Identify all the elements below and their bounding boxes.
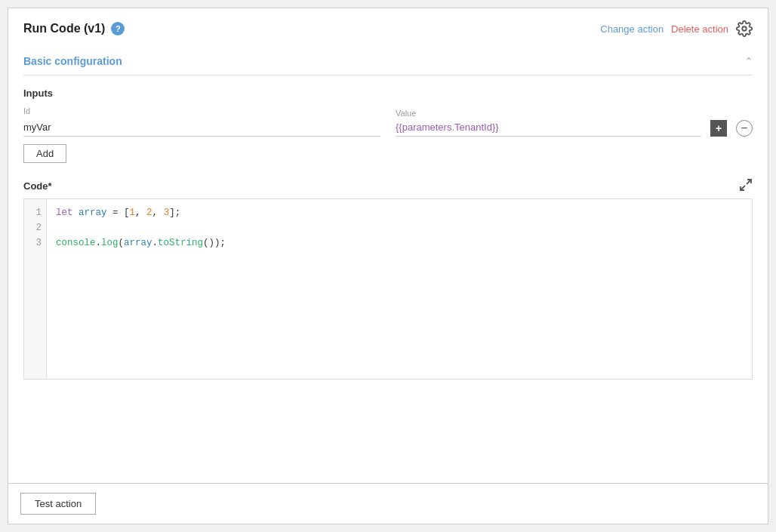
inputs-label: Inputs [23, 88, 753, 99]
id-input-group: Id [23, 106, 380, 137]
code-content[interactable]: let array = [1, 2, 3]; console.log(array… [47, 199, 752, 379]
value-field-wrap: Value + − [396, 107, 753, 137]
plus-button[interactable]: + [710, 120, 727, 137]
expand-icon[interactable] [739, 178, 753, 194]
id-input[interactable] [23, 118, 380, 137]
minus-button[interactable]: − [736, 120, 753, 137]
svg-point-0 [742, 26, 747, 31]
code-label: Code* [23, 180, 52, 192]
code-section: Code* 1 2 3 let array = [1, 2, 3]; co [23, 178, 753, 380]
section-header: Basic configuration ⌃ [23, 45, 753, 75]
main-content: Basic configuration ⌃ Inputs Id Value [8, 45, 768, 483]
page-title: Run Code (v1) [23, 22, 105, 35]
help-icon[interactable]: ? [111, 22, 125, 35]
code-editor[interactable]: 1 2 3 let array = [1, 2, 3]; console.log… [23, 198, 753, 380]
id-field-wrap: Id [23, 106, 396, 137]
value-label: Value [396, 109, 416, 118]
inputs-fields-row: Id Value + − [23, 106, 753, 137]
test-action-button[interactable]: Test action [20, 493, 96, 515]
section-title: Basic configuration [23, 55, 122, 67]
gear-icon[interactable] [736, 20, 753, 37]
footer: Test action [8, 483, 768, 524]
line-numbers: 1 2 3 [24, 199, 47, 379]
collapse-icon[interactable]: ⌃ [745, 56, 753, 66]
header: Run Code (v1) ? Change action Delete act… [8, 8, 768, 45]
header-left: Run Code (v1) ? [23, 22, 125, 35]
value-input-wrapper [396, 118, 701, 137]
main-window: Run Code (v1) ? Change action Delete act… [8, 8, 768, 524]
code-header: Code* [23, 178, 753, 194]
value-input[interactable] [396, 121, 701, 133]
change-action-link[interactable]: Change action [600, 23, 664, 35]
value-inner: Value [396, 107, 701, 137]
delete-action-link[interactable]: Delete action [671, 23, 728, 35]
header-right: Change action Delete action [600, 20, 753, 37]
add-button[interactable]: Add [23, 144, 66, 163]
id-label: Id [23, 106, 380, 115]
